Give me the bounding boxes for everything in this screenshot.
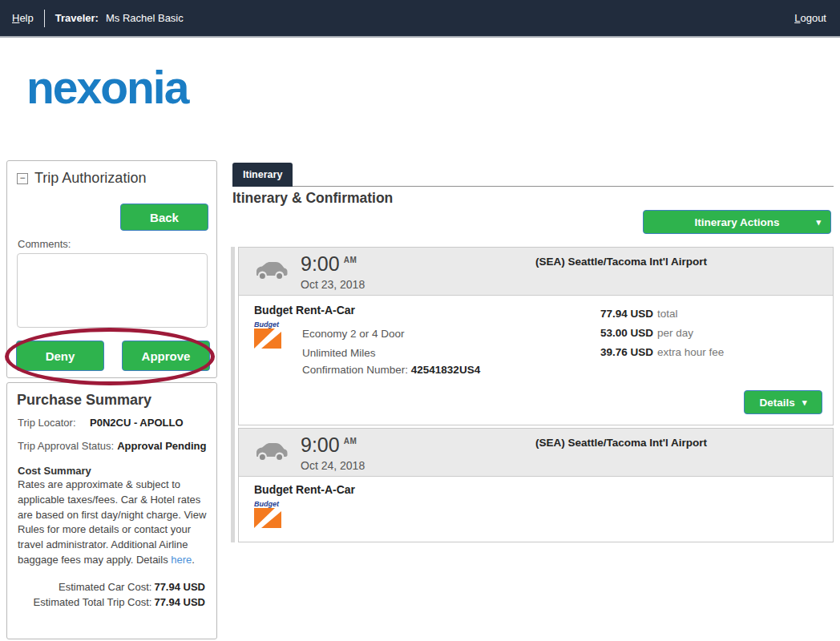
vendor-name: Budget Rent-A-Car <box>254 483 355 496</box>
budget-logo-text: Budget <box>254 320 286 329</box>
time-meridiem: AM <box>344 437 357 445</box>
trip-locator-value: P0N2CU - APOLLO <box>90 417 184 429</box>
estimated-car-cost-row: Estimated Car Cost:77.94 USD <box>7 580 205 595</box>
caret-down-icon: ▾ <box>802 397 807 408</box>
trip-locator-row: Trip Locator: P0N2CU - APOLLO <box>7 417 216 429</box>
time-meridiem: AM <box>344 256 357 264</box>
tab-itinerary[interactable]: Itinerary <box>232 163 293 187</box>
time-value: 9:00 <box>301 252 340 275</box>
cost-summary-title: Cost Summary <box>7 465 216 477</box>
card-header: 9:00AM Oct 24, 2018 (SEA) Seattle/Tacoma… <box>239 429 833 477</box>
price-extra-hour-desc: extra hour fee <box>657 346 724 358</box>
trip-authorization-title: Trip Authorization <box>34 170 146 187</box>
trip-authorization-panel: − Trip Authorization Back Comments: Deny… <box>6 160 217 378</box>
traveler-name: Ms Rachel Basic <box>106 12 184 24</box>
nexonia-logo: nexonia <box>26 61 188 114</box>
comments-input[interactable] <box>17 253 208 328</box>
page-title: Itinerary & Confirmation <box>232 190 393 207</box>
price-total: 77.94 USDtotal <box>600 304 724 324</box>
purchase-summary-title: Purchase Summary <box>17 392 151 409</box>
card-date: Oct 24, 2018 <box>301 459 365 472</box>
divider <box>44 10 45 27</box>
traveler-label: Traveler: <box>55 12 99 24</box>
card-body: Budget Rent-A-Car Budget <box>239 477 833 542</box>
help-link[interactable]: Help <box>12 12 34 24</box>
purchase-summary-panel: Purchase Summary Trip Locator: P0N2CU - … <box>6 382 217 639</box>
cost-summary-period: . <box>192 554 195 566</box>
approval-status-label: Trip Approval Status: <box>18 440 114 452</box>
price-per-day-desc: per day <box>657 327 693 339</box>
price-extra-hour: 39.76 USDextra hour fee <box>600 343 724 362</box>
traveler-info: Traveler: Ms Rachel Basic <box>55 12 184 24</box>
price-list: 77.94 USDtotal 53.00 USDper day 39.76 US… <box>600 304 724 362</box>
details-button[interactable]: Details ▾ <box>744 390 822 414</box>
itinerary-card-oct-24: 9:00AM Oct 24, 2018 (SEA) Seattle/Tacoma… <box>238 428 834 542</box>
price-per-day-amount: 53.00 USD <box>600 327 653 339</box>
departure-time: 9:00AM <box>301 252 357 276</box>
trip-authorization-header: − Trip Authorization <box>7 161 216 187</box>
estimated-car-cost-value: 77.94 USD <box>154 581 205 593</box>
cost-summary-body: Rates are approximate & subject to appli… <box>18 478 206 566</box>
top-bar-right: Logout <box>794 12 840 24</box>
estimated-total-cost-value: 77.94 USD <box>154 596 205 608</box>
confirmation-label: Confirmation Number: <box>302 364 408 376</box>
trip-locator-label: Trip Locator: <box>18 417 90 429</box>
estimated-total-cost-row: Estimated Total Trip Cost:77.94 USD <box>7 595 205 611</box>
budget-logo-mark <box>254 508 281 528</box>
card-body: Budget Rent-A-Car Budget Economy 2 or 4 … <box>239 296 833 425</box>
itinerary-cards: 9:00AM Oct 23, 2018 (SEA) Seattle/Tacoma… <box>231 247 834 542</box>
time-value: 9:00 <box>301 433 340 456</box>
price-extra-hour-amount: 39.76 USD <box>600 346 653 358</box>
back-button[interactable]: Back <box>120 204 208 231</box>
budget-logo-text: Budget <box>254 500 286 508</box>
cost-summary-text: Rates are approximate & subject to appli… <box>7 478 216 568</box>
approve-button[interactable]: Approve <box>122 341 210 371</box>
card-location: (SEA) Seattle/Tacoma Int'l Airport <box>535 437 707 449</box>
estimates-block: Estimated Car Cost:77.94 USD Estimated T… <box>7 580 216 611</box>
confirmation-number: 42541832US4 <box>411 364 480 376</box>
logout-link[interactable]: Logout <box>794 12 826 24</box>
top-bar: Help Traveler: Ms Rachel Basic Logout <box>0 0 840 38</box>
estimated-total-cost-label: Estimated Total Trip Cost: <box>34 596 152 608</box>
car-icon <box>254 260 288 284</box>
approval-status-value: Approval Pending <box>117 440 206 452</box>
price-total-amount: 77.94 USD <box>600 308 653 320</box>
itinerary-actions-button[interactable]: Itinerary Actions ▾ <box>643 210 831 234</box>
price-total-desc: total <box>657 308 678 320</box>
details-button-label: Details <box>760 397 795 409</box>
departure-time: 9:00AM <box>301 433 357 457</box>
card-location: (SEA) Seattle/Tacoma Int'l Airport <box>535 256 707 268</box>
mileage: Unlimited Miles <box>302 344 405 363</box>
confirmation-row: Confirmation Number: 42541832US4 <box>302 364 480 376</box>
price-per-day: 53.00 USDper day <box>600 324 724 343</box>
budget-logo-mark <box>254 329 281 349</box>
budget-logo: Budget <box>254 320 286 352</box>
itinerary-actions-label: Itinerary Actions <box>694 216 779 228</box>
comments-label: Comments: <box>18 238 71 250</box>
purchase-summary-header: Purchase Summary <box>7 383 216 409</box>
top-bar-left: Help Traveler: Ms Rachel Basic <box>0 10 184 27</box>
details-here-link[interactable]: here <box>171 554 192 566</box>
collapse-icon[interactable]: − <box>17 173 28 184</box>
car-options: Economy 2 or 4 Door Unlimited Miles <box>302 325 405 363</box>
budget-logo: Budget <box>254 500 286 531</box>
car-class: Economy 2 or 4 Door <box>302 325 405 344</box>
tab-divider-line <box>232 186 834 187</box>
itinerary-card-oct-23: 9:00AM Oct 23, 2018 (SEA) Seattle/Tacoma… <box>238 247 834 425</box>
vendor-name: Budget Rent-A-Car <box>254 304 355 316</box>
card-header: 9:00AM Oct 23, 2018 (SEA) Seattle/Tacoma… <box>239 248 833 296</box>
approval-status-row: Trip Approval Status:Approval Pending <box>7 439 216 454</box>
deny-button[interactable]: Deny <box>16 341 104 371</box>
caret-down-icon: ▾ <box>816 217 821 228</box>
estimated-car-cost-label: Estimated Car Cost: <box>59 581 151 593</box>
car-icon <box>254 441 288 466</box>
card-date: Oct 23, 2018 <box>301 278 365 291</box>
